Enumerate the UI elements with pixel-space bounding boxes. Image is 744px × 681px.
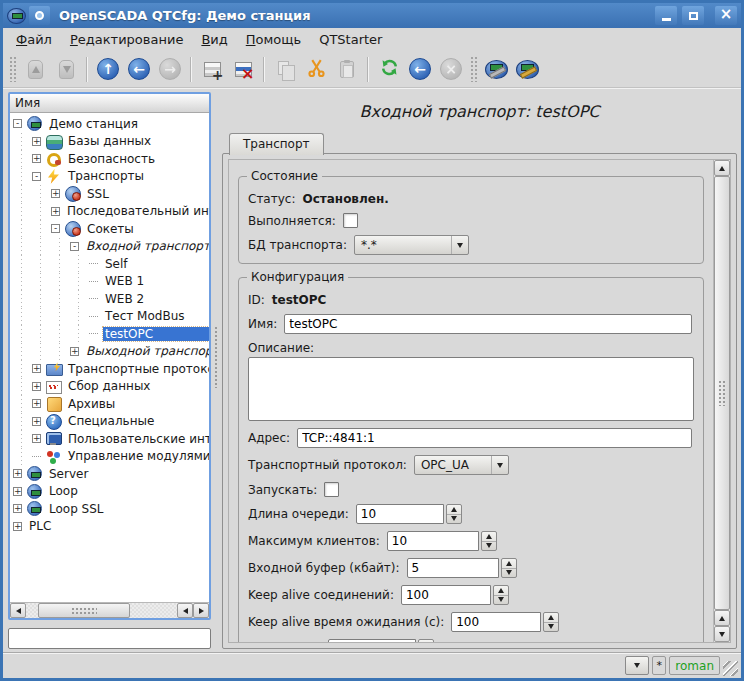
- expand-icon[interactable]: +: [51, 207, 60, 216]
- copy-button[interactable]: [270, 54, 300, 84]
- resize-grip[interactable]: [723, 661, 738, 676]
- tree-item-архивы[interactable]: +Архивы: [10, 395, 209, 413]
- tree-item-server[interactable]: +Server: [10, 465, 209, 483]
- tree-item-web-1[interactable]: WEB 1: [10, 273, 209, 291]
- add-item-button[interactable]: +: [197, 54, 227, 84]
- modified-flag[interactable]: *: [652, 656, 666, 675]
- scroll-left-button[interactable]: [10, 603, 26, 618]
- tree-item-выходной-транспор[interactable]: +Выходной транспор: [10, 343, 209, 361]
- tostart-checkbox[interactable]: [324, 482, 339, 497]
- address-input[interactable]: [297, 428, 692, 448]
- paste-button[interactable]: [332, 54, 362, 84]
- collapse-icon[interactable]: -: [32, 172, 41, 181]
- inbuf-input[interactable]: [407, 558, 499, 578]
- panel-splitter[interactable]: [211, 92, 222, 649]
- queue-input[interactable]: [356, 504, 444, 524]
- scroll-track[interactable]: [26, 603, 177, 618]
- maximize-button[interactable]: [682, 6, 704, 25]
- tree-item-сбор-данных[interactable]: +Сбор данных: [10, 378, 209, 396]
- expand-icon[interactable]: +: [13, 487, 22, 496]
- scroll-left-button-2[interactable]: [177, 603, 193, 618]
- load-button[interactable]: [20, 54, 50, 84]
- spin-down-button[interactable]: [482, 541, 496, 551]
- stop-button[interactable]: ×: [436, 54, 466, 84]
- tree-item-транспорты[interactable]: -Транспорты: [10, 168, 209, 186]
- scroll-down-button[interactable]: [714, 626, 730, 642]
- collapse-icon[interactable]: -: [13, 119, 22, 128]
- collapse-icon[interactable]: -: [51, 224, 60, 233]
- expand-icon[interactable]: +: [32, 434, 41, 443]
- priority-input[interactable]: [328, 639, 416, 642]
- close-button[interactable]: ×: [715, 6, 737, 25]
- tree-item-сокеты[interactable]: -Сокеты: [10, 220, 209, 238]
- tree-item-loop-ssl[interactable]: +Loop SSL: [10, 500, 209, 518]
- db-combobox[interactable]: *.*: [354, 235, 469, 255]
- menu-item-file[interactable]: Файл: [8, 29, 60, 50]
- maxclients-input[interactable]: [387, 531, 479, 551]
- start-update-button[interactable]: ←: [405, 54, 435, 84]
- keepalive-conn-input[interactable]: [401, 585, 491, 605]
- scroll-thumb[interactable]: [714, 176, 730, 610]
- spin-up-button[interactable]: [447, 505, 461, 514]
- scroll-thumb[interactable]: [38, 603, 130, 618]
- tree-header[interactable]: Имя: [10, 94, 209, 113]
- refresh-button[interactable]: [374, 54, 404, 84]
- tab-transport[interactable]: Транспорт: [229, 133, 324, 155]
- tree-item-пользовательские-инт[interactable]: +Пользовательские инт: [10, 430, 209, 448]
- spin-down-button[interactable]: [447, 514, 461, 524]
- tree-item-testopc[interactable]: testOPC: [10, 325, 209, 343]
- back-button[interactable]: ←: [124, 54, 154, 84]
- spin-up-button[interactable]: [482, 532, 496, 541]
- tree-item-безопасность[interactable]: +Безопасность: [10, 150, 209, 168]
- collapse-icon[interactable]: -: [70, 242, 79, 251]
- statusbar-dropdown-button[interactable]: [625, 656, 649, 675]
- qtcfg-module-button[interactable]: [481, 54, 511, 84]
- expand-icon[interactable]: +: [32, 417, 41, 426]
- cut-button[interactable]: [301, 54, 331, 84]
- save-button[interactable]: [51, 54, 81, 84]
- qtstarter-module-button[interactable]: [512, 54, 542, 84]
- spin-up-button[interactable]: [494, 586, 508, 595]
- running-checkbox[interactable]: [343, 213, 358, 228]
- tree-item-управление-модулями[interactable]: Управление модулями: [10, 448, 209, 466]
- protocol-combobox[interactable]: OPC_UA: [414, 455, 509, 475]
- menu-item-view[interactable]: Вид: [193, 29, 235, 50]
- scroll-up-button[interactable]: [714, 160, 730, 176]
- tree-item-loop[interactable]: +Loop: [10, 483, 209, 501]
- expand-icon[interactable]: +: [32, 382, 41, 391]
- tree-item-ssl[interactable]: +SSL: [10, 185, 209, 203]
- expand-icon[interactable]: +: [32, 154, 41, 163]
- up-button[interactable]: ↑: [93, 54, 123, 84]
- tree-item-входной-транспорт[interactable]: -Входной транспорт: [10, 238, 209, 256]
- expand-icon[interactable]: +: [13, 469, 22, 478]
- expand-icon[interactable]: +: [32, 364, 41, 373]
- toolbar-drag-handle[interactable]: [9, 56, 16, 82]
- delete-item-button[interactable]: ×: [228, 54, 258, 84]
- spin-down-button[interactable]: [544, 622, 558, 632]
- tree-search-input[interactable]: [8, 628, 211, 649]
- tree-item-транспортные-протоко[interactable]: +Транспортные протоко: [10, 360, 209, 378]
- tree-item-web-2[interactable]: WEB 2: [10, 290, 209, 308]
- spin-up-button[interactable]: [419, 640, 433, 642]
- expand-icon[interactable]: +: [51, 189, 60, 198]
- name-input[interactable]: [284, 314, 692, 334]
- scroll-up-button-2[interactable]: [714, 610, 730, 626]
- description-textarea[interactable]: [248, 357, 694, 421]
- menu-item-qtstarter[interactable]: QTStarter: [311, 29, 390, 50]
- expand-icon[interactable]: +: [32, 399, 41, 408]
- spin-up-button[interactable]: [502, 559, 516, 568]
- tree-item-базы-данных[interactable]: +Базы данных: [10, 133, 209, 151]
- spin-down-button[interactable]: [502, 568, 516, 578]
- tree-item-демо-станция[interactable]: -Демо станция: [10, 115, 209, 133]
- tree-item-последовательный-инт[interactable]: +Последовательный инт: [10, 203, 209, 221]
- menu-item-edit[interactable]: Редактирование: [62, 29, 191, 50]
- tree-item-plc[interactable]: +PLC: [10, 518, 209, 536]
- expand-icon[interactable]: +: [32, 137, 41, 146]
- scroll-right-button[interactable]: [193, 603, 209, 618]
- spin-up-button[interactable]: [544, 613, 558, 622]
- forward-button[interactable]: →: [155, 54, 185, 84]
- keepalive-time-input[interactable]: [451, 612, 541, 632]
- spin-down-button[interactable]: [494, 595, 508, 605]
- tree-item-self[interactable]: Self: [10, 255, 209, 273]
- menu-item-help[interactable]: Помощь: [238, 29, 309, 50]
